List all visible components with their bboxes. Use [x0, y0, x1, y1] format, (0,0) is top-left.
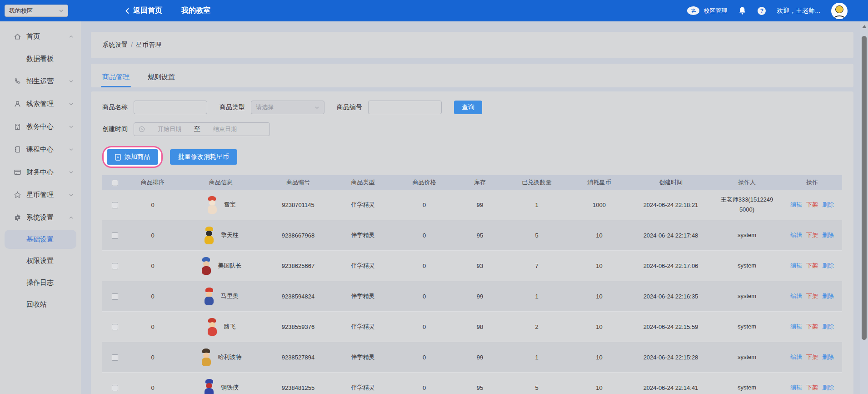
product-image	[200, 255, 212, 276]
product-name: 雪宝	[224, 201, 236, 209]
cell-coins: 10	[569, 354, 630, 361]
date-range-picker[interactable]: 开始日期 至 结束日期	[134, 122, 270, 136]
sidebar-subitem-basic-settings[interactable]: 基础设置	[5, 230, 76, 249]
cell-code: 9238625667	[264, 263, 332, 269]
sidebar-item-courses[interactable]: 课程中心	[0, 138, 81, 161]
unpublish-link[interactable]: 下架	[806, 262, 818, 270]
unpublish-link[interactable]: 下架	[806, 353, 818, 361]
sidebar-item-finance[interactable]: 财务中心	[0, 161, 81, 183]
back-home-button[interactable]: 返回首页	[125, 6, 162, 15]
welcome-text: 欢迎，王老师...	[777, 7, 820, 15]
cell-actions: 编辑 下架 删除	[782, 353, 842, 361]
product-name-input[interactable]	[134, 101, 207, 114]
notification-bell-icon[interactable]	[738, 6, 747, 15]
col-info: 商品信息	[178, 178, 264, 187]
tab-product-management[interactable]: 商品管理	[102, 73, 130, 87]
edit-link[interactable]: 编辑	[790, 231, 802, 239]
created-time-label: 创建时间	[102, 125, 128, 133]
unpublish-link[interactable]: 下架	[806, 231, 818, 239]
edit-link[interactable]: 编辑	[790, 262, 802, 270]
cell-price: 0	[394, 384, 455, 391]
cell-created: 2024-06-24 22:17:06	[630, 263, 712, 269]
delete-link[interactable]: 删除	[822, 384, 834, 392]
sidebar-item-enrollment[interactable]: 招生运营	[0, 70, 81, 92]
batch-edit-coins-button[interactable]: 批量修改消耗星币	[170, 149, 237, 165]
sidebar-subitem-permissions[interactable]: 权限设置	[0, 250, 81, 272]
tab-bar: 商品管理 规则设置	[91, 64, 853, 87]
product-type-filter: 商品类型 请选择	[219, 101, 324, 114]
cell-operator: system	[738, 383, 756, 393]
cell-code: 9238594824	[264, 293, 332, 300]
cell-product-info: 马里奥	[178, 286, 264, 307]
avatar[interactable]	[831, 3, 848, 19]
campus-select[interactable]: 我的校区	[5, 5, 68, 17]
row-checkbox[interactable]	[112, 202, 118, 208]
sidebar-item-home[interactable]: 首页	[0, 25, 81, 48]
sidebar-item-leads[interactable]: 线索管理	[0, 92, 81, 115]
row-checkbox[interactable]	[112, 385, 118, 391]
cell-type: 伴学精灵	[332, 384, 394, 392]
row-checkbox[interactable]	[112, 263, 118, 269]
product-name: 擎天柱	[221, 231, 239, 239]
edit-link[interactable]: 编辑	[790, 353, 802, 361]
edit-link[interactable]: 编辑	[790, 201, 802, 209]
cell-coins: 10	[569, 384, 630, 391]
sidebar-item-academic[interactable]: 教务中心	[0, 115, 81, 138]
sidebar-subitem-data-board[interactable]: 数据看板	[0, 48, 81, 70]
delete-link[interactable]: 删除	[822, 323, 834, 331]
product-type-select[interactable]: 请选择	[251, 101, 324, 114]
cell-sort: 0	[128, 293, 178, 300]
select-all-checkbox[interactable]	[112, 180, 118, 186]
my-classroom-link[interactable]: 我的教室	[181, 6, 210, 15]
cell-price: 0	[394, 323, 455, 330]
row-checkbox[interactable]	[112, 324, 118, 330]
cell-product-info: 路飞	[178, 316, 264, 337]
campus-manage-button[interactable]: 校区管理	[687, 6, 727, 15]
sidebar-item-settings[interactable]: 系统设置	[0, 206, 81, 229]
cell-product-info: 雪宝	[178, 194, 264, 215]
edit-link[interactable]: 编辑	[790, 384, 802, 392]
add-product-button[interactable]: 添加商品	[107, 149, 158, 165]
delete-link[interactable]: 删除	[822, 231, 834, 239]
row-checkbox[interactable]	[112, 293, 118, 300]
sidebar-subitem-recycle-bin[interactable]: 回收站	[0, 293, 81, 315]
delete-link[interactable]: 删除	[822, 201, 834, 209]
col-operator: 操作人	[712, 178, 782, 187]
product-code-input[interactable]	[368, 101, 442, 114]
product-name-label: 商品名称	[102, 103, 128, 111]
gear-icon	[14, 214, 21, 222]
cell-code: 9238701145	[264, 202, 332, 208]
unpublish-link[interactable]: 下架	[806, 201, 818, 209]
scrollbar-thumb[interactable]	[862, 36, 867, 340]
cell-code: 9238559376	[264, 323, 332, 330]
delete-link[interactable]: 删除	[822, 353, 834, 361]
edit-link[interactable]: 编辑	[790, 323, 802, 331]
edit-link[interactable]: 编辑	[790, 292, 802, 300]
delete-link[interactable]: 删除	[822, 262, 834, 270]
filter-row-1: 商品名称 商品类型 请选择 商品编号 查询	[102, 101, 842, 114]
vertical-scrollbar[interactable]	[860, 21, 868, 394]
cell-operator: system	[738, 291, 756, 301]
row-checkbox[interactable]	[112, 354, 118, 361]
annotation-highlight-ring: 添加商品	[102, 146, 163, 168]
sidebar-subitem-operation-log[interactable]: 操作日志	[0, 272, 81, 293]
search-button[interactable]: 查询	[454, 101, 482, 114]
help-icon[interactable]: ?	[758, 7, 766, 15]
home-icon	[14, 33, 21, 40]
breadcrumb-parent[interactable]: 系统设置	[102, 41, 128, 49]
scroll-up-arrow-icon[interactable]	[862, 25, 867, 28]
cell-created: 2024-06-24 22:15:28	[630, 354, 712, 361]
breadcrumb-current: 星币管理	[136, 41, 161, 49]
cell-redeemed: 5	[505, 232, 569, 239]
cell-redeemed: 5	[505, 384, 569, 391]
cell-stock: 95	[455, 232, 505, 239]
row-checkbox[interactable]	[112, 232, 118, 239]
table-row: 0 哈利波特 9238527894 伴学精灵 0 99	[102, 342, 842, 373]
unpublish-link[interactable]: 下架	[806, 323, 818, 331]
unpublish-link[interactable]: 下架	[806, 384, 818, 392]
unpublish-link[interactable]: 下架	[806, 292, 818, 300]
tab-rule-settings[interactable]: 规则设置	[148, 73, 175, 87]
table-row: 0 雪宝 9238701145 伴学精灵 0 99	[102, 190, 842, 220]
sidebar-item-starcoin[interactable]: 星币管理	[0, 183, 81, 206]
delete-link[interactable]: 删除	[822, 292, 834, 300]
